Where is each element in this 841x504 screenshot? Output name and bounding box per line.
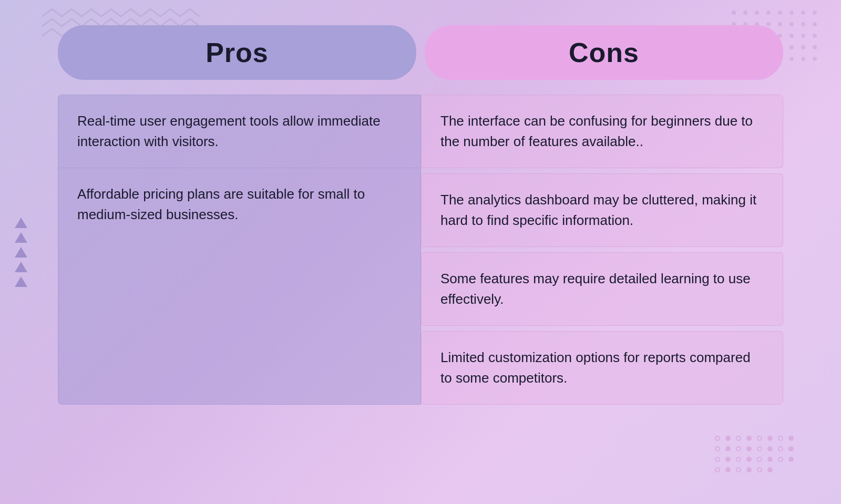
- header-row: Pros Cons: [58, 25, 783, 80]
- cons-item-3: Some features may require detailed learn…: [421, 252, 783, 326]
- arrow-up-1: [15, 218, 27, 228]
- main-container: Pros Cons Real-time user engagement tool…: [58, 0, 783, 405]
- pros-title: Pros: [79, 37, 395, 68]
- cons-title: Cons: [446, 37, 762, 68]
- pros-item-1: Real-time user engagement tools allow im…: [58, 95, 420, 168]
- arrow-up-2: [15, 232, 27, 243]
- pros-header: Pros: [58, 25, 416, 80]
- arrow-indicators: [15, 218, 27, 287]
- pros-column: Real-time user engagement tools allow im…: [58, 95, 421, 405]
- arrow-up-3: [15, 247, 27, 258]
- cons-item-1: The interface can be confusing for begin…: [421, 95, 783, 168]
- dots-pattern: [715, 436, 799, 472]
- cons-item-2: The analytics dashboard may be cluttered…: [421, 173, 783, 247]
- arrow-up-4: [15, 262, 27, 272]
- pros-item-2: Affordable pricing plans are suitable fo…: [58, 168, 420, 241]
- arrow-up-5: [15, 276, 27, 287]
- cons-column: The interface can be confusing for begin…: [421, 95, 783, 405]
- content-row: Real-time user engagement tools allow im…: [58, 95, 783, 405]
- cons-header: Cons: [425, 25, 783, 80]
- cons-item-4: Limited customization options for report…: [421, 331, 783, 405]
